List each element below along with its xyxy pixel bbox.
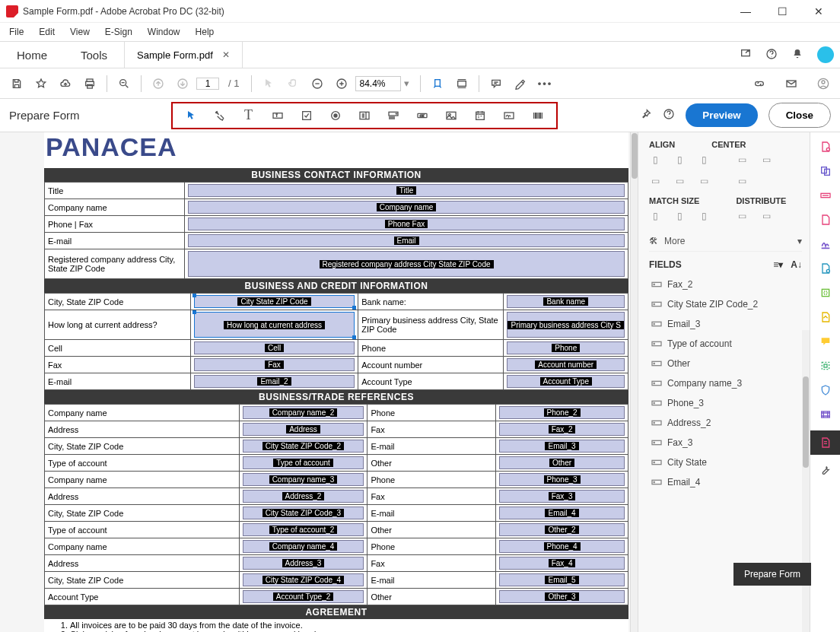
comment-icon[interactable] [485, 73, 507, 94]
form-field[interactable]: Phone [507, 341, 625, 354]
field-list-item[interactable]: City State [649, 453, 802, 472]
button-icon[interactable]: OK [415, 105, 430, 126]
compress-icon[interactable] [817, 284, 834, 301]
export-pdf-icon[interactable] [817, 211, 834, 228]
form-field[interactable]: Company name_3 [243, 473, 364, 486]
match-width-icon[interactable]: ▯ [649, 210, 661, 222]
page-up-icon[interactable] [148, 73, 169, 94]
close-window-button[interactable]: ✕ [803, 2, 834, 21]
profile-icon[interactable] [813, 73, 834, 94]
form-field[interactable]: Address_2 [243, 490, 364, 503]
form-field[interactable]: Phone_4 [499, 540, 625, 553]
field-list-item[interactable]: Email_4 [649, 472, 802, 492]
zoom-out-icon[interactable] [307, 73, 328, 94]
menu-esign[interactable]: E-Sign [99, 25, 138, 39]
filter-icon[interactable]: ≡▾ [773, 259, 783, 270]
form-field[interactable]: Company name_4 [243, 540, 364, 553]
edit-pdf-icon[interactable] [817, 187, 834, 204]
form-field[interactable]: City State ZIP Code_3 [243, 507, 364, 519]
document-pane[interactable]: PANACEA BUSINESS CONTACT INFORMATION Tit… [0, 132, 638, 632]
redact-icon[interactable] [817, 309, 834, 326]
page-down-icon[interactable] [172, 73, 193, 94]
combine-icon[interactable] [817, 163, 834, 179]
select-tool-icon[interactable] [183, 105, 199, 126]
protect-icon[interactable] [817, 382, 834, 399]
menu-view[interactable]: View [64, 25, 96, 39]
form-field[interactable]: Type of account [243, 456, 364, 469]
align-right-icon[interactable]: ▯ [698, 154, 710, 166]
form-field[interactable]: Email_5 [499, 573, 625, 586]
form-field[interactable]: Title [188, 184, 625, 197]
menu-window[interactable]: Window [142, 25, 186, 39]
form-field[interactable]: Account Type_2 [243, 590, 364, 603]
field-list-item[interactable]: Type of account [649, 334, 802, 354]
form-field[interactable]: Other_2 [499, 523, 625, 536]
bell-icon[interactable] [791, 48, 803, 62]
menu-help[interactable]: Help [189, 25, 221, 39]
link-icon[interactable] [749, 73, 770, 94]
form-field[interactable]: Account number [507, 358, 625, 371]
center-v-icon[interactable]: ▭ [760, 154, 772, 166]
text-tool-icon[interactable]: T [241, 105, 256, 126]
scan-icon[interactable] [817, 357, 834, 374]
form-field[interactable]: Address_3 [243, 557, 364, 570]
zoom-level-input[interactable] [355, 76, 401, 91]
field-list-item[interactable]: Company name_3 [649, 373, 802, 393]
minimize-button[interactable]: — [730, 2, 761, 21]
dropdown-icon[interactable] [386, 105, 401, 126]
page-current-input[interactable] [196, 78, 219, 90]
form-field[interactable]: Primary business address City S [507, 312, 625, 338]
field-list-item[interactable]: Other [649, 354, 802, 373]
form-field[interactable]: Bank name [507, 295, 625, 308]
form-field[interactable]: Email_3 [499, 440, 625, 453]
menu-file[interactable]: File [3, 25, 30, 39]
form-field[interactable]: Cell [194, 341, 355, 354]
form-field[interactable]: City State ZIP Code_4 [243, 573, 364, 586]
panel-expand-handle[interactable]: ▸ [638, 429, 638, 459]
form-field[interactable]: Email_4 [499, 507, 625, 519]
align-middle-icon[interactable]: ▭ [673, 175, 686, 187]
highlight-icon[interactable] [510, 73, 531, 94]
form-field[interactable]: Fax [194, 358, 355, 371]
sort-icon[interactable]: A↓ [791, 259, 802, 270]
match-both-icon[interactable]: ▯ [698, 210, 710, 222]
field-list-item[interactable]: City State ZIP Code_2 [649, 294, 802, 314]
save-icon[interactable] [6, 73, 27, 94]
prepare-form-rail-icon[interactable] [810, 430, 840, 455]
image-field-icon[interactable] [444, 105, 459, 126]
more-tools-icon[interactable] [817, 462, 834, 479]
more-button[interactable]: 🛠 More ▾ [649, 231, 802, 252]
form-field[interactable]: Fax_2 [499, 423, 625, 436]
signature-icon[interactable] [501, 105, 517, 126]
panel-scrollbar[interactable] [802, 330, 810, 632]
share-icon[interactable] [740, 48, 752, 62]
field-list-item[interactable]: Fax_3 [649, 433, 802, 453]
align-left-icon[interactable]: ▯ [649, 154, 661, 166]
zoom-in-icon[interactable] [331, 73, 352, 94]
field-list-item[interactable]: Email_3 [649, 314, 802, 334]
star-icon[interactable] [30, 73, 52, 94]
help-icon[interactable] [765, 48, 778, 62]
media-icon[interactable] [817, 406, 834, 423]
form-field[interactable]: Account Type [507, 375, 625, 388]
form-field[interactable]: Phone Fax [188, 218, 625, 230]
form-field-selected[interactable]: City State ZIP Code [194, 295, 355, 308]
form-field[interactable]: Email [188, 234, 625, 247]
account-avatar[interactable] [817, 46, 834, 63]
hand-icon[interactable] [282, 73, 304, 94]
organize-icon[interactable] [817, 260, 834, 277]
dist-v-icon[interactable]: ▭ [760, 210, 772, 222]
match-height-icon[interactable]: ▯ [673, 210, 686, 222]
tab-close-button[interactable]: ✕ [222, 49, 230, 60]
form-field-selected[interactable]: How long at current address [194, 312, 355, 338]
menu-edit[interactable]: Edit [33, 25, 61, 39]
fit-page-icon[interactable] [427, 73, 448, 94]
preview-button[interactable]: Preview [686, 103, 757, 127]
cloud-icon[interactable] [55, 73, 76, 94]
align-center-icon[interactable]: ▯ [673, 154, 686, 166]
sign-icon[interactable] [817, 236, 834, 252]
form-field[interactable]: Email_2 [194, 375, 355, 388]
text-field-icon[interactable] [270, 105, 285, 126]
mail-icon[interactable] [781, 73, 802, 94]
center-h-icon[interactable]: ▭ [736, 154, 748, 166]
